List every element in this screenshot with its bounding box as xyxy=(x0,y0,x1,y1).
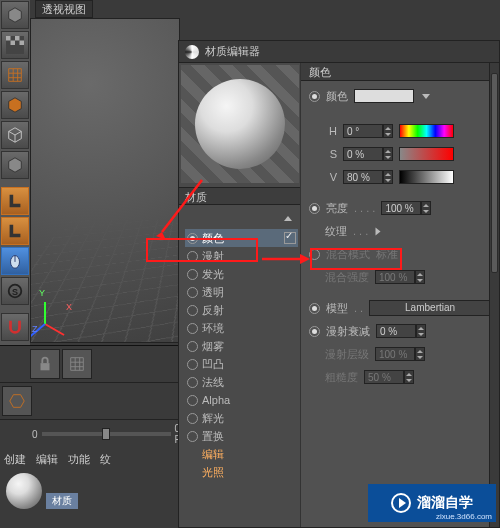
thumb-lock[interactable] xyxy=(30,349,60,379)
radio-lumin[interactable] xyxy=(187,269,198,280)
chevron-down-icon[interactable] xyxy=(422,94,430,99)
channel-fog[interactable]: 烟雾 xyxy=(185,337,298,355)
row-color: 颜色 xyxy=(309,87,491,105)
tool-cube-blue[interactable] xyxy=(1,151,29,179)
tool-cube-orange[interactable] xyxy=(1,91,29,119)
tool-l[interactable] xyxy=(1,187,29,215)
channel-normal[interactable]: 法线 xyxy=(185,373,298,391)
row-h: H 0 ° xyxy=(309,122,491,140)
radio-brightness[interactable] xyxy=(309,203,320,214)
texture-browse-icon[interactable] xyxy=(376,227,381,235)
menu-func[interactable]: 功能 xyxy=(68,452,90,467)
spinner-blend-strength xyxy=(415,270,425,284)
model-dropdown[interactable]: Lambertian xyxy=(369,300,491,316)
radio-alpha[interactable] xyxy=(187,395,198,406)
preview-sphere xyxy=(195,79,285,169)
channel-env[interactable]: 环境 xyxy=(185,319,298,337)
gradient-sat[interactable] xyxy=(399,147,454,161)
radio-blend-mode[interactable] xyxy=(309,249,320,260)
menu-create[interactable]: 创建 xyxy=(4,452,26,467)
radio-glow[interactable] xyxy=(187,413,198,424)
value-falloff[interactable]: 0 % xyxy=(376,324,416,338)
thumb-honey[interactable] xyxy=(2,386,32,416)
radio-refl[interactable] xyxy=(187,305,198,316)
channel-color[interactable]: 颜色 xyxy=(185,229,298,247)
channel-label-lumin: 发光 xyxy=(202,267,224,282)
tool-cube-wire[interactable] xyxy=(1,121,29,149)
spinner-v[interactable] xyxy=(383,170,393,184)
radio-color[interactable] xyxy=(309,91,320,102)
radio-bump[interactable] xyxy=(187,359,198,370)
radio-env[interactable] xyxy=(187,323,198,334)
svg-marker-6 xyxy=(9,98,22,112)
tool-grid[interactable] xyxy=(1,61,29,89)
radio-model[interactable] xyxy=(309,303,320,314)
triangle-icon xyxy=(284,216,292,221)
radio-fog[interactable] xyxy=(187,341,198,352)
radio-trans[interactable] xyxy=(187,287,198,298)
viewport-3d[interactable]: X Y Z xyxy=(30,18,180,343)
channel-illum[interactable]: 光照 xyxy=(185,463,298,481)
radio-diffuse[interactable] xyxy=(187,251,198,262)
channel-flyout[interactable] xyxy=(185,209,298,227)
channel-label-illum: 光照 xyxy=(202,465,224,480)
svg-rect-4 xyxy=(11,41,16,46)
svg-marker-8 xyxy=(9,158,22,172)
radio-disp[interactable] xyxy=(187,431,198,442)
slider-min: 0 xyxy=(32,429,38,440)
channel-column: 材质 颜色漫射发光透明反射环境烟雾凹凸法线Alpha辉光置换编辑光照 xyxy=(179,63,301,527)
channel-lumin[interactable]: 发光 xyxy=(185,265,298,283)
tool-mouse[interactable] xyxy=(1,247,29,275)
channel-glow[interactable]: 辉光 xyxy=(185,409,298,427)
window-title: 材质编辑器 xyxy=(205,44,260,59)
material-editor-window: 材质编辑器 材质 颜色漫射发光透明反射环境烟雾凹凸法线Alpha辉光置换编辑光照… xyxy=(178,40,500,528)
channel-bump[interactable]: 凹凸 xyxy=(185,355,298,373)
channel-label-refl: 反射 xyxy=(202,303,224,318)
channel-refl[interactable]: 反射 xyxy=(185,301,298,319)
label-texture: 纹理 xyxy=(325,224,347,239)
channel-disp[interactable]: 置换 xyxy=(185,427,298,445)
menu-edit[interactable]: 编辑 xyxy=(36,452,58,467)
tool-checker[interactable] xyxy=(1,31,29,59)
tool-magnet[interactable] xyxy=(1,313,29,341)
color-swatch[interactable] xyxy=(354,89,414,103)
spinner-brightness[interactable] xyxy=(421,201,431,215)
channel-edit[interactable]: 编辑 xyxy=(185,445,298,463)
material-tile-label[interactable]: 材质 xyxy=(46,493,78,509)
channel-alpha[interactable]: Alpha xyxy=(185,391,298,409)
label-levels: 漫射层级 xyxy=(325,347,369,362)
timeline-slider-row: 0 0 F xyxy=(0,420,178,448)
material-editor-titlebar[interactable]: 材质编辑器 xyxy=(179,41,499,63)
timeline-slider[interactable] xyxy=(42,432,171,436)
brand-url: zixue.3d66.com xyxy=(436,512,492,521)
spinner-falloff[interactable] xyxy=(416,324,426,338)
channel-label-glow: 辉光 xyxy=(202,411,224,426)
spinner-s[interactable] xyxy=(383,147,393,161)
label-falloff: 漫射衰减 xyxy=(326,324,370,339)
value-h[interactable]: 0 ° xyxy=(343,124,383,138)
spinner-rough xyxy=(404,370,414,384)
radio-color[interactable] xyxy=(187,233,198,244)
row-falloff: 漫射衰减 0 % xyxy=(309,322,491,340)
channel-diffuse[interactable]: 漫射 xyxy=(185,247,298,265)
scrollbar[interactable] xyxy=(489,63,499,527)
value-s[interactable]: 0 % xyxy=(343,147,383,161)
material-tile[interactable] xyxy=(6,473,42,509)
gradient-val[interactable] xyxy=(399,170,454,184)
menu-tex[interactable]: 纹 xyxy=(100,452,111,467)
material-preview[interactable] xyxy=(181,65,299,183)
tool-s[interactable]: S xyxy=(1,277,29,305)
channel-trans[interactable]: 透明 xyxy=(185,283,298,301)
tool-l2[interactable] xyxy=(1,217,29,245)
value-brightness[interactable]: 100 % xyxy=(381,201,421,215)
check-color[interactable] xyxy=(284,232,296,244)
channel-label-alpha: Alpha xyxy=(202,394,230,406)
gradient-hue[interactable] xyxy=(399,124,454,138)
tool-cube[interactable] xyxy=(1,1,29,29)
spinner-h[interactable] xyxy=(383,124,393,138)
scroll-thumb[interactable] xyxy=(491,73,498,273)
radio-falloff[interactable] xyxy=(309,326,320,337)
thumb-grid[interactable] xyxy=(62,349,92,379)
radio-normal[interactable] xyxy=(187,377,198,388)
value-v[interactable]: 80 % xyxy=(343,170,383,184)
